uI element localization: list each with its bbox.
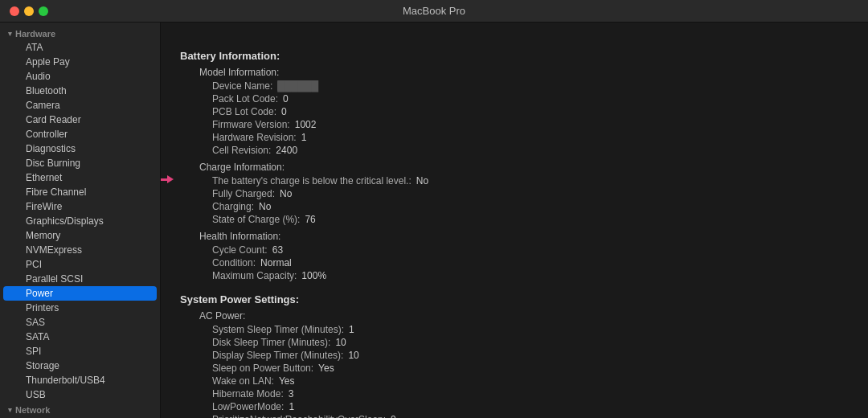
pack-lot-label: Pack Lot Code:: [212, 93, 278, 104]
sidebar-item-bluetooth[interactable]: Bluetooth: [3, 84, 157, 98]
sidebar-item-nvmexpress[interactable]: NVMExpress: [3, 243, 157, 257]
sidebar-item-ethernet[interactable]: Ethernet: [3, 170, 157, 185]
model-info-title: Model Information:: [186, 67, 849, 78]
hardware-section-header[interactable]: ▾ Hardware: [0, 26, 160, 40]
close-button[interactable]: [10, 6, 19, 16]
ac-prioritize-value: 0: [391, 414, 396, 418]
charge-info-title: Charge Information:: [186, 162, 849, 173]
condition-value: Normal: [260, 257, 292, 268]
titlebar-buttons: [10, 6, 48, 16]
ac-power-title: AC Power:: [186, 310, 849, 322]
firmware-label: Firmware Version:: [212, 119, 290, 130]
sidebar-item-printers[interactable]: Printers: [3, 301, 157, 315]
state-of-charge-value: 76: [305, 214, 315, 225]
sidebar-item-memory[interactable]: Memory: [3, 228, 157, 243]
sidebar-item-audio[interactable]: Audio: [3, 69, 157, 84]
sidebar-item-diagnostics[interactable]: Diagnostics: [3, 141, 157, 156]
sidebar-item-thunderbolt[interactable]: Thunderbolt/USB4: [3, 373, 157, 387]
ac-hibernate-label: Hibernate Mode:: [212, 388, 284, 400]
ac-display-sleep-label: Display Sleep Timer (Minutes):: [212, 350, 343, 361]
sidebar: ▾ Hardware ATA Apple Pay Audio Bluetooth…: [0, 23, 161, 418]
window-title: MacBook Pro: [403, 5, 465, 17]
ac-prioritize-label: PrioritizeNetworkReachabilityOverSleep:: [212, 414, 386, 418]
max-capacity-value: 100%: [301, 270, 326, 281]
network-arrow-icon: ▾: [8, 406, 12, 414]
state-of-charge-label: State of Charge (%):: [212, 214, 300, 225]
minimize-button[interactable]: [24, 6, 34, 16]
sidebar-item-ata[interactable]: ATA: [3, 40, 157, 55]
sidebar-item-sas[interactable]: SAS: [3, 315, 157, 330]
sidebar-item-firewire[interactable]: FireWire: [3, 199, 157, 214]
network-section-label: Network: [15, 405, 50, 415]
battery-info-title: Battery Information:: [180, 50, 849, 62]
pack-lot-value: 0: [283, 93, 289, 104]
ac-hibernate-value: 3: [289, 388, 294, 400]
sidebar-item-graphics-displays[interactable]: Graphics/Displays: [3, 214, 157, 228]
hardware-arrow-icon: ▾: [8, 30, 12, 38]
sidebar-item-controller[interactable]: Controller: [3, 127, 157, 141]
sidebar-item-usb[interactable]: USB: [3, 387, 157, 402]
sidebar-item-sata[interactable]: SATA: [3, 330, 157, 344]
ac-system-sleep-value: 1: [349, 324, 354, 335]
sidebar-item-disc-burning[interactable]: Disc Burning: [3, 156, 157, 170]
firmware-value: 1002: [295, 119, 317, 130]
charging-value: No: [259, 201, 271, 212]
ac-wake-lan-label: Wake on LAN:: [212, 375, 274, 387]
ac-wake-lan-value: Yes: [279, 375, 295, 387]
ac-system-sleep-label: System Sleep Timer (Minutes):: [212, 324, 344, 335]
fully-charged-label: Fully Charged:: [212, 188, 275, 199]
ac-sleep-power-btn-value: Yes: [318, 363, 334, 374]
maximize-button[interactable]: [39, 6, 48, 16]
ac-sleep-power-btn-label: Sleep on Power Button:: [212, 363, 313, 374]
network-section-header[interactable]: ▾ Network: [0, 402, 160, 416]
sidebar-item-fibre-channel[interactable]: Fibre Channel: [3, 185, 157, 199]
device-name-value: ██████: [277, 80, 318, 92]
content-area: Battery Information: Model Information: …: [161, 23, 868, 418]
cycle-count-label: Cycle Count:: [212, 244, 268, 256]
pcb-lot-value: 0: [281, 106, 287, 117]
hardware-section-label: Hardware: [15, 29, 55, 39]
max-capacity-label: Maximum Capacity:: [212, 270, 297, 281]
sidebar-item-parallel-scsi[interactable]: Parallel SCSI: [3, 272, 157, 286]
sidebar-item-camera[interactable]: Camera: [3, 98, 157, 113]
sidebar-item-storage[interactable]: Storage: [3, 359, 157, 373]
ac-disk-sleep-value: 10: [335, 337, 346, 348]
cycle-count-value: 63: [272, 244, 283, 256]
ac-lowpower-label: LowPowerMode:: [212, 401, 284, 412]
fully-charged-value: No: [280, 188, 292, 199]
ac-disk-sleep-label: Disk Sleep Timer (Minutes):: [212, 337, 330, 348]
sidebar-item-spi[interactable]: SPI: [3, 344, 157, 359]
sidebar-item-pci[interactable]: PCI: [3, 257, 157, 272]
sidebar-item-apple-pay[interactable]: Apple Pay: [3, 55, 157, 69]
titlebar: MacBook Pro: [0, 0, 868, 23]
pcb-lot-label: PCB Lot Code:: [212, 106, 276, 117]
system-power-title: System Power Settings:: [180, 293, 849, 305]
charge-below-value: No: [416, 175, 428, 186]
hardware-rev-label: Hardware Revision:: [212, 132, 297, 143]
condition-label: Condition:: [212, 257, 256, 268]
cell-rev-value: 2400: [276, 145, 297, 156]
charge-below-label: The battery's charge is below the critic…: [212, 175, 411, 186]
device-name-label: Device Name:: [212, 80, 272, 92]
ac-display-sleep-value: 10: [348, 350, 358, 361]
cell-rev-label: Cell Revision:: [212, 145, 271, 156]
charging-label: Charging:: [212, 201, 254, 212]
hardware-rev-value: 1: [301, 132, 307, 143]
ac-lowpower-value: 1: [289, 401, 294, 412]
health-info-title: Health Information:: [186, 231, 849, 242]
sidebar-item-card-reader[interactable]: Card Reader: [3, 113, 157, 127]
sidebar-item-power[interactable]: Power: [3, 286, 157, 301]
arrow-annotation: [161, 175, 174, 183]
